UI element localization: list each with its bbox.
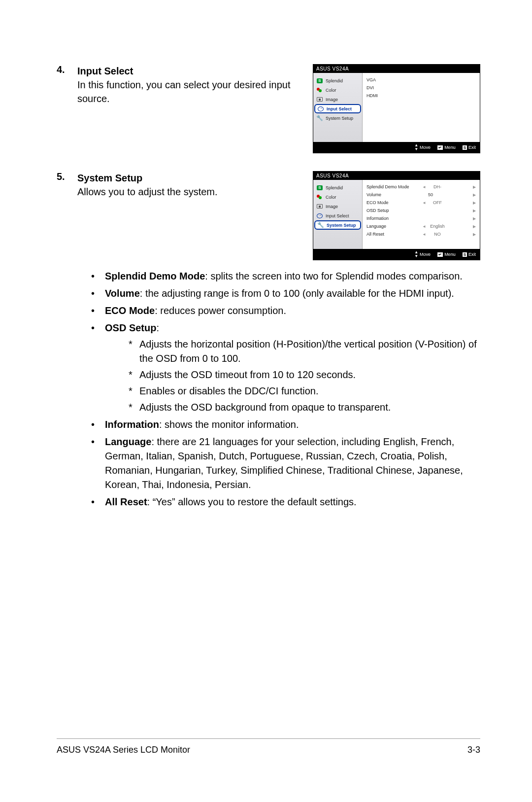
osd-footer-move: ▲▼Move <box>414 250 431 258</box>
osd-sidebar-color: Color <box>313 192 362 202</box>
osd-main: VGA DVI HDMI <box>363 73 480 142</box>
osd-row-volume: Volume50▶ <box>366 191 476 199</box>
osd-footer-menu: ↵Menu <box>437 252 456 257</box>
osd-system-setup: ASUS VS24A SSplendid Color Image Input S… <box>313 171 480 260</box>
osd-option-vga: VGA <box>366 76 476 84</box>
footer-left: ASUS VS24A Series LCD Monitor <box>57 745 190 755</box>
section-number: 5. <box>57 171 77 182</box>
section-number: 4. <box>57 64 77 75</box>
section-title: Input Select <box>77 66 133 76</box>
osd-sidebar-image: Image <box>313 95 362 104</box>
sub-timeout: Adjusts the OSD timeout from 10 to 120 s… <box>129 368 480 382</box>
osd-sidebar-image: Image <box>313 202 362 211</box>
bullet-lang: Language: there are 21 languages for you… <box>91 435 480 492</box>
osd-header: ASUS VS24A <box>313 65 480 73</box>
splendid-icon: S <box>317 185 323 190</box>
osd-footer: ▲▼Move ↵Menu SExit <box>313 142 480 153</box>
osd-row-eco: ECO Mode◄OFF▶ <box>366 199 476 207</box>
input-icon <box>318 106 324 111</box>
bullet-volume: Volume: the adjusting range is from 0 to… <box>91 286 480 301</box>
osd-row-lang: Language◄English▶ <box>366 222 476 230</box>
section-body: Allows you to adjust the system. <box>77 186 218 197</box>
bullet-info: Information: shows the monitor informati… <box>91 418 480 432</box>
osd-footer-exit: SExit <box>463 252 476 257</box>
image-icon <box>317 204 323 209</box>
splendid-icon: S <box>317 78 323 83</box>
section-text: Input Select In this function, you can s… <box>77 64 303 105</box>
osd-footer-exit: SExit <box>463 145 476 150</box>
input-icon <box>317 213 323 218</box>
osd-row-info: Information▶ <box>366 214 476 222</box>
osd-option-hdmi: HDMI <box>366 92 476 100</box>
bullet-reset: All Reset: “Yes” allows you to restore t… <box>91 495 480 509</box>
osd-footer-menu: ↵Menu <box>437 145 456 150</box>
wrench-icon: 🔧 <box>317 222 324 228</box>
bullet-demo: Splendid Demo Mode: splits the screen in… <box>91 269 480 283</box>
osd-sidebar-splendid: SSplendid <box>313 183 362 192</box>
bullet-eco: ECO Mode: reduces power consumption. <box>91 304 480 318</box>
feature-bullets: Splendid Demo Mode: splits the screen in… <box>57 269 480 509</box>
sub-bg: Adjusts the OSD background from opaque t… <box>129 400 480 415</box>
osd-sidebar-system: 🔧System Setup <box>314 220 361 230</box>
color-icon <box>317 88 323 93</box>
osd-sidebar: SSplendid Color Image Input Select 🔧Syst… <box>313 180 363 249</box>
wrench-icon: 🔧 <box>316 115 323 121</box>
section-title: System Setup <box>77 173 142 183</box>
osd-sidebar: SSplendid Color Image Input Select 🔧Syst… <box>313 73 363 142</box>
section-body: In this function, you can select your de… <box>77 79 290 104</box>
osd-sidebar-splendid: SSplendid <box>313 76 362 85</box>
sub-hvpos: Adjusts the horizontal position (H-Posit… <box>129 337 480 366</box>
osd-sidebar-color: Color <box>313 85 362 95</box>
osd-row-osd: OSD Setup▶ <box>366 207 476 214</box>
osd-sub-bullets: Adjusts the horizontal position (H-Posit… <box>105 337 480 415</box>
osd-input-select: ASUS VS24A SSplendid Color Image Input S… <box>313 64 480 153</box>
osd-sidebar-system: 🔧System Setup <box>313 113 362 123</box>
osd-sidebar-input: Input Select <box>313 211 362 220</box>
footer-right: 3-3 <box>467 745 480 755</box>
osd-footer-move: ▲▼Move <box>414 143 431 151</box>
section-4: 4. Input Select In this function, you ca… <box>57 64 480 153</box>
page-footer: ASUS VS24A Series LCD Monitor 3-3 <box>57 738 480 755</box>
bullet-osd: OSD Setup: Adjusts the horizontal positi… <box>91 321 480 415</box>
osd-header: ASUS VS24A <box>313 172 480 180</box>
section-5: 5. System Setup Allows you to adjust the… <box>57 171 480 260</box>
sub-ddcci: Enables or disables the DDC/CI function. <box>129 384 480 398</box>
osd-row-reset: All Reset◄NO▶ <box>366 230 476 238</box>
osd-option-dvi: DVI <box>366 84 476 92</box>
osd-main: Splendid Demo Mode◄DH-▶ Volume50▶ ECO Mo… <box>363 180 480 249</box>
osd-footer: ▲▼Move ↵Menu SExit <box>313 249 480 260</box>
osd-sidebar-input: Input Select <box>314 104 361 113</box>
section-text: System Setup Allows you to adjust the sy… <box>77 171 303 199</box>
color-icon <box>317 195 323 200</box>
image-icon <box>317 97 323 102</box>
osd-row-demo: Splendid Demo Mode◄DH-▶ <box>366 183 476 191</box>
